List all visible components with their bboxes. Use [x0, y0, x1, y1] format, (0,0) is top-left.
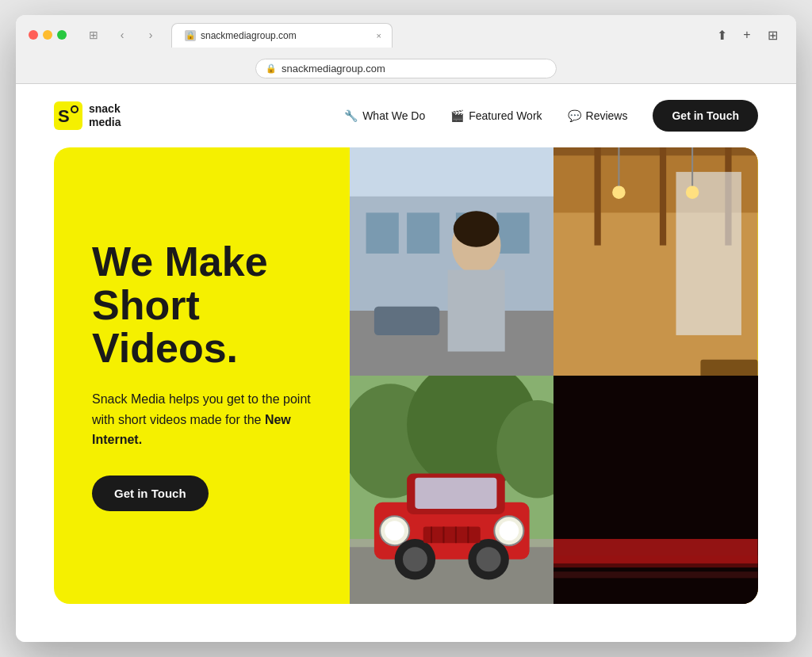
nav-what-we-do[interactable]: 🔧 What We Do — [344, 109, 425, 122]
address-bar[interactable]: 🔒 snackmediagroup.com — [255, 59, 557, 78]
address-bar-row: 🔒 snackmediagroup.com — [29, 54, 783, 83]
maximize-traffic-light[interactable] — [57, 30, 67, 40]
hero-get-in-touch-button[interactable]: Get in Touch — [92, 476, 209, 511]
chat-icon: 💬 — [568, 109, 581, 122]
svg-point-14 — [454, 211, 500, 246]
svg-rect-13 — [448, 269, 505, 351]
nav-links: 🔧 What We Do 🎬 Featured Work 💬 Reviews G… — [344, 100, 758, 132]
svg-rect-18 — [595, 147, 601, 246]
website-content: S snack media 🔧 What We Do 🎬 Featured — [16, 84, 796, 643]
svg-rect-9 — [496, 212, 529, 254]
tab-favicon: 🔒 — [185, 30, 196, 41]
svg-rect-57 — [553, 571, 758, 578]
hero-images-grid — [350, 147, 758, 605]
browser-tabs: 🔒 snackmediagroup.com × — [171, 23, 393, 48]
film-icon: 🎬 — [450, 109, 464, 122]
car-image — [350, 376, 554, 604]
svg-rect-6 — [366, 212, 399, 254]
svg-point-3 — [72, 107, 77, 112]
logo-icon: S — [54, 101, 82, 130]
hero-container: We Make Short Videos. Snack Media helps … — [54, 147, 758, 605]
share-button[interactable]: ⬆ — [710, 24, 733, 46]
svg-point-46 — [403, 547, 427, 571]
tab-close-button[interactable]: × — [373, 29, 385, 42]
svg-rect-56 — [553, 556, 758, 567]
browser-chrome: ⊞ ‹ › 🔒 snackmediagroup.com × ⬆ + ⊞ — [16, 15, 796, 84]
svg-point-42 — [385, 521, 404, 540]
nav-what-we-do-label: What We Do — [362, 109, 425, 122]
browser-nav-buttons: ⊞ ‹ › — [82, 24, 162, 46]
hero-image-dark — [553, 376, 758, 604]
svg-text:S: S — [58, 106, 70, 126]
svg-point-31 — [686, 185, 699, 198]
nav-featured-work-label: Featured Work — [469, 109, 542, 122]
nav-reviews[interactable]: 💬 Reviews — [568, 109, 628, 122]
hero-left-content: We Make Short Videos. Snack Media helps … — [54, 147, 350, 605]
hero-title: We Make Short Videos. — [92, 240, 312, 370]
logo[interactable]: S snack media — [54, 101, 121, 130]
back-button[interactable]: ‹ — [111, 24, 133, 46]
traffic-lights — [29, 30, 67, 40]
svg-rect-54 — [553, 376, 758, 604]
hero-image-person — [350, 147, 554, 376]
tab-grid-button[interactable]: ⊞ — [761, 24, 783, 46]
hero-subtitle: Snack Media helps you get to the point w… — [92, 389, 312, 450]
svg-point-44 — [499, 521, 519, 540]
nav-get-in-touch-button[interactable]: Get in Touch — [653, 100, 758, 132]
svg-rect-40 — [415, 478, 496, 509]
browser-action-buttons: ⬆ + ⊞ — [597, 24, 783, 46]
nav-reviews-label: Reviews — [586, 109, 628, 122]
close-traffic-light[interactable] — [29, 30, 38, 40]
svg-rect-19 — [660, 147, 666, 246]
svg-rect-21 — [676, 171, 741, 334]
site-navigation: S snack media 🔧 What We Do 🎬 Featured — [16, 84, 796, 147]
active-tab[interactable]: 🔒 snackmediagroup.com × — [171, 23, 393, 48]
hero-section: We Make Short Videos. Snack Media helps … — [16, 147, 796, 643]
new-tab-button[interactable]: + — [736, 24, 758, 46]
svg-rect-7 — [407, 212, 439, 254]
svg-point-48 — [477, 547, 501, 571]
browser-window: ⊞ ‹ › 🔒 snackmediagroup.com × ⬆ + ⊞ — [16, 15, 796, 643]
forward-button[interactable]: › — [140, 24, 162, 46]
minimize-traffic-light[interactable] — [43, 30, 52, 40]
sidebar-toggle-button[interactable]: ⊞ — [82, 24, 105, 46]
url-text: snackmediagroup.com — [282, 63, 546, 74]
titlebar: ⊞ ‹ › 🔒 snackmediagroup.com × ⬆ + ⊞ — [29, 23, 783, 48]
dark-image — [553, 376, 758, 604]
hero-image-car — [350, 376, 554, 604]
lock-icon: 🔒 — [266, 63, 277, 74]
tab-title: snackmediagroup.com — [201, 30, 297, 41]
logo-text: snack media — [89, 102, 121, 129]
svg-rect-11 — [374, 306, 439, 334]
svg-point-29 — [613, 185, 626, 198]
wrench-icon: 🔧 — [344, 109, 358, 122]
nav-featured-work[interactable]: 🎬 Featured Work — [450, 109, 542, 122]
person-image — [350, 147, 554, 376]
